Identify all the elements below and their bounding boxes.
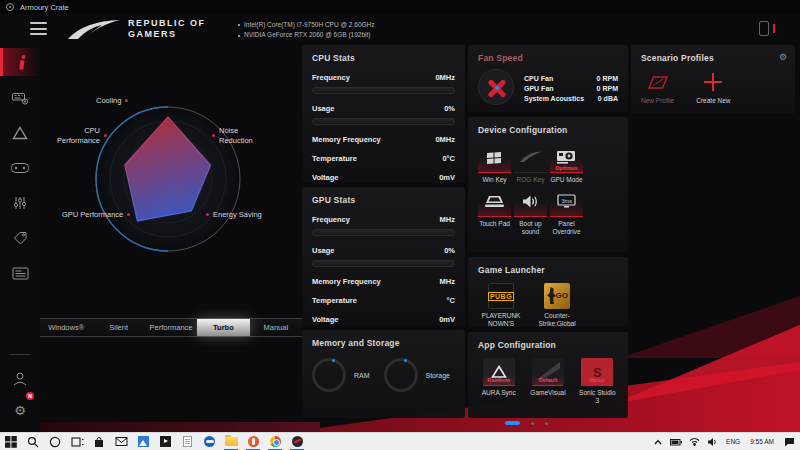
app-tile-aura-sync[interactable]: Rainbow AURA Sync: [478, 358, 519, 405]
rog-key-icon: [519, 151, 543, 164]
cortana-button[interactable]: [44, 433, 66, 450]
app-tile-gamevisual[interactable]: Default GameVisual: [527, 358, 568, 405]
storage-gauge-group: Storage: [384, 358, 456, 392]
sidebar-item-account[interactable]: [0, 364, 40, 392]
sidebar-item-deals[interactable]: [0, 224, 40, 252]
axis-dot: [104, 134, 107, 137]
axis-dot: [127, 213, 130, 216]
tab-silent[interactable]: Silent: [92, 319, 144, 336]
game-controller-icon: [11, 162, 29, 174]
sidebar-item-featured[interactable]: [0, 259, 40, 287]
gpu-spec: NVIDIA GeForce RTX 2060 @ 6GB (192bit): [244, 30, 370, 40]
profiles-settings-gear-icon[interactable]: ⚙: [779, 52, 787, 62]
taskbar-app-armoury-crate[interactable]: [286, 433, 308, 450]
cpu-usage-bar: [312, 118, 455, 125]
card-title: CPU Stats: [312, 53, 455, 63]
tray-battery[interactable]: [668, 433, 684, 450]
tray-network[interactable]: [686, 433, 702, 450]
stat-value: 0°C: [442, 154, 455, 163]
cpu-frequency-bar: [312, 87, 455, 94]
connected-device-icon[interactable]: [755, 21, 777, 37]
game-tile-pubg[interactable]: PUBG PLAYERUNKNOWN'S: [478, 283, 524, 328]
card-title: GPU Stats: [312, 195, 455, 205]
plus-icon: [704, 73, 722, 91]
start-button[interactable]: [0, 433, 22, 450]
stat-label: Temperature: [312, 154, 357, 163]
sidebar-item-game-library[interactable]: [0, 154, 40, 182]
axis-dot: [125, 99, 128, 102]
system-tray: ENG 9:55 AM: [650, 433, 800, 450]
profile-tile-new-profile[interactable]: New Profile: [641, 71, 674, 104]
stat-label: Memory Frequency: [312, 277, 381, 286]
search-icon: [27, 436, 39, 448]
brand-text: REPUBLIC OF GAMERS: [128, 18, 206, 41]
fan-label: CPU Fan: [524, 75, 553, 82]
user-avatar-icon: [12, 371, 28, 386]
taskbar-app-file-explorer[interactable]: [220, 433, 242, 450]
menu-toggle-button[interactable]: [30, 22, 47, 35]
notepad-icon: [183, 436, 192, 447]
stat-label: Usage: [312, 246, 335, 255]
taskbar-app-chrome[interactable]: [264, 433, 286, 450]
taskbar-app-photos[interactable]: [132, 433, 154, 450]
sidebar-item-aura[interactable]: [0, 119, 40, 147]
tab-performance[interactable]: Performance: [145, 319, 197, 336]
cortana-icon: [49, 436, 61, 448]
profile-tile-create-new[interactable]: Create New: [696, 71, 730, 104]
movies-tv-icon: [160, 436, 171, 447]
performance-mode-tabs: Windows® Silent Performance Turbo Manual: [40, 318, 302, 337]
device-tile-panel-overdrive[interactable]: 3ms Panel Overdrive: [550, 187, 583, 236]
page-dot-active[interactable]: [505, 421, 520, 425]
svg-text:3ms: 3ms: [562, 197, 573, 203]
store-bag-icon: [93, 436, 105, 448]
ram-gauge: [312, 358, 346, 392]
edge-icon: [204, 436, 215, 447]
app-tile-sonic-studio[interactable]: S Music Sonic Studio 3: [577, 358, 618, 405]
taskbar-app-orange[interactable]: [242, 433, 264, 450]
app-logo-icon: [6, 3, 14, 11]
card-title: App Configuration: [478, 340, 618, 350]
device-tile-gpu-mode[interactable]: Optimus GPU Mode: [550, 143, 583, 184]
page-dot[interactable]: [545, 422, 548, 425]
sidebar-item-home[interactable]: [0, 48, 40, 76]
windows-start-icon: [5, 436, 17, 448]
volume-icon: [707, 437, 718, 447]
taskbar-app-store[interactable]: [88, 433, 110, 450]
notification-badge: N: [26, 392, 34, 400]
taskbar-app-edge[interactable]: [198, 433, 220, 450]
window-title: Armoury Crate: [20, 3, 69, 12]
brand-line2: GAMERS: [128, 29, 206, 40]
aura-triangle-icon: [12, 126, 28, 140]
sidebar-item-devices[interactable]: [0, 84, 40, 112]
armoury-crate-window: ⚙ N REPUBLIC OF GAMERS Intel(R) Core(TM)…: [0, 14, 800, 432]
taskbar-search-button[interactable]: [22, 433, 44, 450]
language-indicator[interactable]: ENG: [722, 438, 744, 445]
tab-manual[interactable]: Manual: [250, 319, 302, 336]
taskbar-app-mail[interactable]: [110, 433, 132, 450]
tab-windows[interactable]: Windows®: [40, 319, 92, 336]
device-tile-win-key[interactable]: Win Key: [478, 143, 511, 184]
tray-volume[interactable]: [704, 433, 720, 450]
stat-label: Memory Frequency: [312, 135, 381, 144]
device-tile-boot-sound[interactable]: Boot up sound: [514, 187, 547, 236]
action-center-button[interactable]: [780, 433, 798, 450]
stat-value: 0%: [444, 104, 455, 113]
page-dot[interactable]: [531, 422, 534, 425]
taskbar-app-notepad[interactable]: [176, 433, 198, 450]
stat-value: MHz: [440, 277, 455, 286]
task-view-button[interactable]: [66, 433, 88, 450]
game-tile-csgo[interactable]: GO Counter-Strike:Global: [534, 283, 580, 328]
clock[interactable]: 9:55 AM: [746, 438, 778, 445]
scenario-profiles-card: Scenario Profiles ⚙ New Profile Create N…: [631, 45, 795, 114]
sidebar-item-settings[interactable]: ⚙ N: [0, 396, 40, 424]
sidebar: ⚙ N: [0, 14, 40, 432]
page-indicator: [505, 421, 548, 425]
sidebar-item-tuning[interactable]: [0, 189, 40, 217]
card-title: Game Launcher: [478, 265, 618, 275]
home-icon: [16, 54, 28, 70]
tab-turbo[interactable]: Turbo: [197, 319, 249, 336]
device-tile-touch-pad[interactable]: Touch Pad: [478, 187, 511, 236]
tray-chevron-button[interactable]: [650, 433, 666, 450]
taskbar-app-movies[interactable]: [154, 433, 176, 450]
device-tile-rog-key[interactable]: ROG Key: [514, 143, 547, 184]
